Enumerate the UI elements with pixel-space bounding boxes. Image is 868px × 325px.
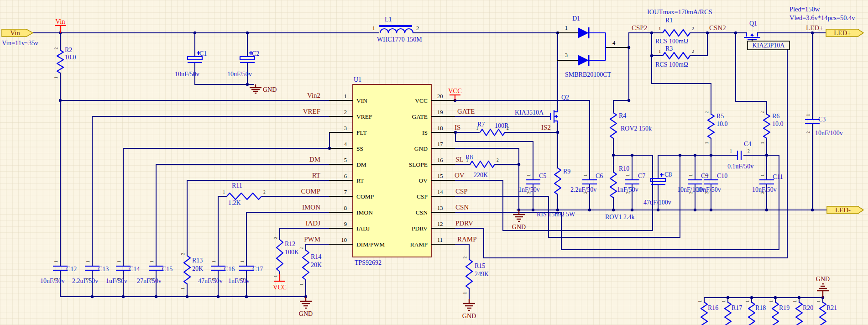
net-label-IS: IS (455, 124, 460, 131)
net-label-RT: RT (312, 172, 320, 179)
pin-number: 2 (240, 278, 245, 280)
pin-number: 2 (760, 111, 765, 113)
value: SMBRB20100CT (565, 71, 612, 78)
pin-number: 3 (344, 125, 347, 131)
port-label: Vin (10, 29, 20, 37)
port-label: LED+ (834, 29, 851, 37)
pin-number: 1 (745, 300, 750, 302)
designator: Q1 (749, 20, 757, 27)
pin-number: 2 (299, 247, 304, 249)
annotation-pled: Pled=150w (790, 5, 820, 13)
value: 20K (311, 262, 322, 268)
pin-number: 1 (816, 300, 821, 302)
grid-overlay (0, 0, 868, 325)
pin-number: 1 (212, 260, 216, 262)
ground-label: GND (462, 313, 476, 320)
designator: C15 (162, 266, 173, 273)
pin-number: 1 (659, 26, 661, 31)
pin-number: 2 (705, 111, 709, 113)
pin-name: SS (356, 145, 363, 152)
pin-number: 2 (692, 49, 694, 54)
value: RCS 100mΩ (655, 61, 688, 68)
pin-number: 20 (437, 93, 443, 100)
value: 10uF/50v (227, 71, 252, 78)
designator: R13 (192, 257, 203, 264)
value: RIS 15mΩ 5W (537, 211, 575, 218)
net-label-LED+: LED+ (806, 24, 823, 31)
designator: R17 (732, 304, 742, 311)
value: KIA3510A (515, 109, 544, 116)
designator: R21 (826, 304, 837, 311)
designator: R4 (619, 112, 626, 119)
pin-number: 4 (612, 40, 616, 46)
designator: C6 (596, 173, 603, 179)
pin-number: 2 (181, 252, 185, 255)
net-label-CSP: CSP (455, 188, 468, 195)
pin-number: 1 (86, 260, 90, 262)
pin-name: GATE (412, 113, 428, 120)
pin-number: 1 (299, 283, 304, 285)
annotation-iout-max: IOUTmax=170mA/RCS (647, 8, 712, 16)
ic-designator: U1 (354, 76, 361, 83)
power-label: Vin (56, 18, 66, 25)
designator: D1 (572, 15, 580, 22)
pin-name: CSP (417, 193, 428, 200)
net-label-VREF: VREF (303, 108, 320, 115)
pin-number: 1 (760, 174, 765, 176)
pin-number: 17 (437, 141, 443, 147)
pin-number: 16 (437, 157, 443, 163)
pin-number: 2 (748, 149, 750, 153)
pin-number: 2 (463, 256, 467, 258)
value: ROV2 150k (621, 125, 652, 132)
value: 47nF/50v (198, 278, 223, 284)
pin-number: 2 (344, 109, 347, 115)
pin-number: 1 (626, 174, 630, 176)
pin-number: 10 (341, 237, 347, 243)
pin-name: VREF (356, 113, 372, 120)
pin-number: 1 (466, 158, 468, 162)
designator: C5 (539, 173, 546, 179)
net-label-Vin2: Vin2 (307, 92, 320, 99)
pin-number: 1 (273, 275, 278, 277)
pin-number: 2 (705, 191, 709, 194)
net-label-CSN2: CSN2 (709, 24, 726, 31)
pin-name: FLT- (356, 129, 369, 136)
annotation-vled: Vled=3.6v*14pcs=50.4v (790, 14, 855, 21)
value: 27nF/50v (137, 278, 162, 284)
pin-number: 2 (583, 191, 588, 194)
pin-number: 12 (437, 221, 443, 227)
ground-label: GND (263, 86, 277, 93)
pin-name: RT (356, 177, 364, 184)
pin-name: PDRV (412, 225, 428, 232)
pin-number: 1 (565, 25, 568, 31)
pin-number: 1 (344, 93, 347, 100)
pin-number: 2 (117, 278, 121, 280)
value: WHC1770-150M (377, 36, 422, 43)
pin-number: 1 (705, 174, 709, 176)
pin-name: OV (419, 177, 428, 184)
pin-number: 18 (437, 125, 443, 131)
pin-number: 1 (698, 300, 702, 302)
power-label: VCC (448, 87, 462, 94)
pin-number: 1 (722, 300, 726, 302)
pin-number: 5 (344, 157, 347, 163)
pin-number: 4 (344, 141, 347, 147)
value: 10.0 (65, 54, 76, 61)
net-label-RAMP: RAMP (457, 236, 477, 243)
pin-name: CSN (416, 209, 428, 216)
pin-number: 1 (760, 142, 765, 144)
port-led-minus[interactable]: LED- (827, 206, 863, 214)
pin-number: 1 (476, 126, 478, 131)
pin-name: GND (414, 145, 428, 152)
value: 220K (474, 172, 488, 178)
port-vin[interactable]: Vin (2, 29, 33, 37)
pin-number: 2 (150, 278, 154, 280)
pin-number: 2 (527, 191, 531, 194)
port-led-plus[interactable]: LED+ (826, 29, 863, 37)
schematic-sheet: R210.021R9RIS 15mΩ 5WR4ROV2 150kR10ROV1 … (0, 0, 868, 325)
designator: C11 (773, 173, 783, 180)
designator: R19 (779, 304, 790, 311)
pin-number: 7 (344, 189, 347, 195)
designator: R20 (803, 304, 813, 311)
designator: R3 (665, 45, 673, 52)
